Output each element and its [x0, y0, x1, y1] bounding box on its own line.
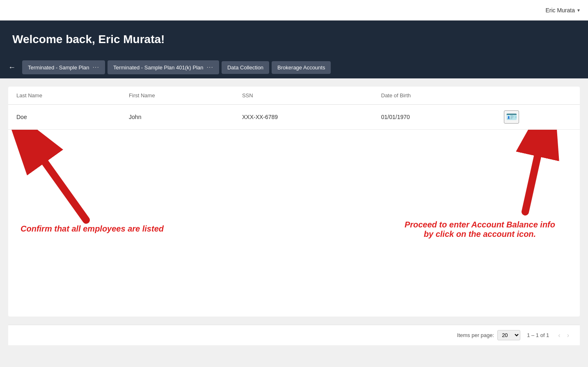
annotation-right-line2: by click on the account icon. — [424, 229, 536, 239]
tab-terminated-401k-more[interactable]: ··· — [207, 64, 213, 71]
table-header-row: Last Name First Name SSN Date of Birth — [8, 87, 580, 105]
main-content: Last Name First Name SSN Date of Birth D… — [8, 87, 580, 317]
cell-first-name: John — [121, 105, 234, 130]
prev-page-button[interactable]: ‹ — [556, 331, 563, 340]
annotation-left-text: Confirm that all employees are listed — [21, 224, 164, 234]
annotation-area: Confirm that all employees are listed Pr… — [8, 130, 580, 261]
user-menu[interactable]: Eric Murata ▾ — [545, 7, 580, 14]
annotation-arrows-svg — [8, 130, 580, 261]
tab-data-collection-label: Data Collection — [227, 64, 263, 71]
tab-terminated-sample-label: Terminated - Sample Plan — [28, 64, 89, 71]
back-button[interactable]: ← — [4, 61, 20, 74]
col-last-name: Last Name — [8, 87, 121, 105]
annotation-right-text: Proceed to enter Account Balance info by… — [405, 220, 555, 239]
next-page-button[interactable]: › — [565, 331, 572, 340]
tab-data-collection[interactable]: Data Collection — [222, 61, 269, 74]
top-bar: Eric Murata ▾ — [0, 0, 588, 21]
page-info: 1 – 1 of 1 — [527, 332, 549, 338]
cell-ssn: XXX-XX-6789 — [234, 105, 373, 130]
svg-line-3 — [525, 156, 538, 212]
items-per-page-control: Items per page: 10 20 50 100 — [457, 330, 520, 340]
nav-tabs-bar: ← Terminated - Sample Plan ··· Terminate… — [0, 60, 588, 78]
annotation-right-line1: Proceed to enter Account Balance info — [405, 220, 555, 229]
chevron-down-icon: ▾ — [577, 7, 580, 13]
welcome-heading: Welcome back, Eric Murata! — [12, 33, 576, 46]
items-per-page-label: Items per page: — [457, 332, 494, 338]
employee-table: Last Name First Name SSN Date of Birth D… — [8, 87, 580, 130]
pagination-bar: Items per page: 10 20 50 100 1 – 1 of 1 … — [8, 325, 580, 345]
tab-brokerage-accounts-label: Brokerage Accounts — [277, 64, 325, 71]
page-navigation: ‹ › — [556, 331, 572, 340]
account-icon[interactable]: 🪪 — [504, 110, 519, 124]
cell-last-name: Doe — [8, 105, 121, 130]
user-name: Eric Murata — [545, 7, 575, 14]
svg-line-2 — [45, 163, 86, 220]
col-actions — [496, 87, 580, 105]
tab-terminated-sample-more[interactable]: ··· — [93, 64, 99, 71]
cell-dob: 01/01/1970 — [373, 105, 496, 130]
col-first-name: First Name — [121, 87, 234, 105]
tab-terminated-sample[interactable]: Terminated - Sample Plan ··· — [22, 60, 105, 74]
col-ssn: SSN — [234, 87, 373, 105]
tab-terminated-401k[interactable]: Terminated - Sample Plan 401(k) Plan ··· — [108, 60, 219, 74]
tab-brokerage-accounts[interactable]: Brokerage Accounts — [272, 61, 331, 74]
col-dob: Date of Birth — [373, 87, 496, 105]
cell-account-action[interactable]: 🪪 — [496, 105, 580, 130]
welcome-banner: Welcome back, Eric Murata! — [0, 21, 588, 60]
table-row: Doe John XXX-XX-6789 01/01/1970 🪪 — [8, 105, 580, 130]
per-page-select[interactable]: 10 20 50 100 — [497, 330, 520, 340]
tab-terminated-401k-label: Terminated - Sample Plan 401(k) Plan — [113, 64, 204, 71]
